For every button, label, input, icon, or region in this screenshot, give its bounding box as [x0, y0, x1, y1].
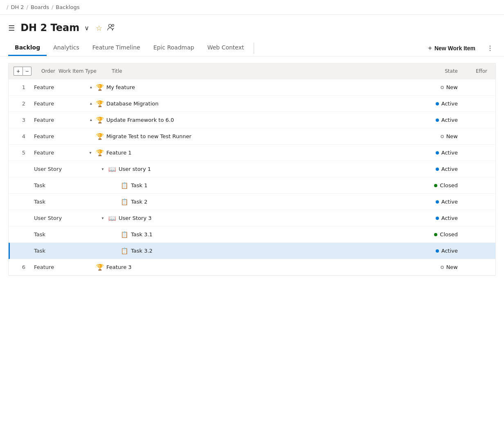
no-expand-placeholder — [112, 249, 118, 253]
col-header-state[interactable]: State — [400, 68, 458, 74]
row-type: Feature — [34, 117, 87, 123]
no-expand-placeholder — [87, 134, 94, 139]
row-title-text[interactable]: Migrate Test to new Test Runner — [106, 133, 191, 139]
table-row[interactable]: Task 📋 Task 2 Active — [9, 194, 495, 210]
table-row[interactable]: Task 📋 Task 1 Closed — [9, 177, 495, 194]
table-row[interactable]: 1 Feature ▸ 🏆 My feature New — [9, 79, 495, 96]
tab-analytics[interactable]: Analytics — [47, 40, 86, 56]
hamburger-icon[interactable]: ☰ — [8, 24, 15, 32]
row-order: 6 — [14, 264, 34, 270]
row-state: Active — [400, 101, 458, 107]
collapse-all-button[interactable]: − — [22, 67, 32, 76]
state-dot — [436, 151, 439, 155]
no-expand-placeholder — [112, 199, 118, 204]
state-label: New — [446, 84, 458, 90]
no-expand-placeholder — [112, 232, 118, 237]
table-body: 1 Feature ▸ 🏆 My feature New 2 Feature ▸… — [9, 79, 495, 275]
table-row[interactable]: Task 📋 Task 3.2 Active — [9, 243, 495, 259]
table-row[interactable]: 4 Feature 🏆 Migrate Test to new Test Run… — [9, 128, 495, 145]
row-title-text[interactable]: User Story 3 — [119, 215, 152, 221]
expand-arrow[interactable]: ▸ — [88, 117, 93, 123]
no-expand-placeholder — [87, 265, 94, 269]
feature-icon: 🏆 — [96, 264, 104, 271]
table-row[interactable]: 5 Feature ▾ 🏆 Feature 1 Active — [9, 145, 495, 161]
state-label: Closed — [440, 182, 458, 188]
breadcrumb-boards[interactable]: Boards — [31, 4, 49, 10]
tab-backlog[interactable]: Backlog — [8, 40, 47, 56]
state-dot — [434, 233, 437, 236]
row-title-text[interactable]: Task 1 — [131, 182, 147, 188]
row-title-text[interactable]: Task 3.1 — [131, 231, 153, 237]
row-title-text[interactable]: Task 2 — [131, 199, 147, 205]
row-title-text[interactable]: My feature — [106, 84, 135, 90]
state-dot — [436, 217, 439, 220]
row-order: 2 — [14, 101, 34, 107]
table-row[interactable]: 6 Feature 🏆 Feature 3 New — [9, 259, 495, 275]
row-type: User Story — [34, 215, 87, 221]
breadcrumb-separator-0: / — [7, 4, 8, 10]
row-title-text[interactable]: Task 3.2 — [131, 248, 153, 254]
row-title[interactable]: ▾ 📖 User story 1 — [87, 166, 400, 173]
row-title[interactable]: ▾ 🏆 Feature 1 — [87, 149, 400, 157]
table-row[interactable]: Task 📋 Task 3.1 Closed — [9, 226, 495, 243]
state-dot — [434, 184, 437, 187]
expand-arrow[interactable]: ▸ — [88, 84, 93, 91]
row-title[interactable]: 🏆 Feature 3 — [87, 264, 400, 271]
page-header: ☰ DH 2 Team ∨ ☆ — [0, 15, 504, 34]
expand-arrow[interactable]: ▾ — [87, 150, 94, 155]
state-label: Active — [441, 150, 458, 156]
table-row[interactable]: User Story ▾ 📖 User story 1 Active — [9, 161, 495, 177]
more-options-icon[interactable]: ⋮ — [484, 42, 496, 54]
col-header-title[interactable]: Title — [112, 68, 400, 74]
state-dot — [441, 86, 444, 89]
row-title[interactable]: 📋 Task 3.1 — [87, 231, 400, 238]
col-header-effort[interactable]: Effor — [458, 68, 491, 74]
row-title[interactable]: 📋 Task 2 — [87, 198, 400, 206]
expand-arrow[interactable]: ▾ — [99, 216, 106, 220]
row-title[interactable]: ▸ 🏆 Database Migration — [87, 100, 400, 108]
row-state: Active — [400, 150, 458, 156]
table-row[interactable]: 3 Feature ▸ 🏆 Update Framework to 6.0 Ac… — [9, 112, 495, 128]
row-title[interactable]: 📋 Task 1 — [87, 182, 400, 189]
chevron-down-icon[interactable]: ∨ — [84, 24, 89, 32]
team-members-icon[interactable] — [107, 23, 115, 32]
tab-epic-roadmap[interactable]: Epic Roadmap — [147, 40, 201, 56]
expand-all-button[interactable]: + — [14, 67, 22, 76]
row-state: New — [400, 133, 458, 139]
col-header-order[interactable]: Order — [38, 68, 59, 74]
no-expand-placeholder — [112, 183, 118, 188]
tab-feature-timeline[interactable]: Feature Timeline — [86, 40, 147, 56]
row-title[interactable]: 🏆 Migrate Test to new Test Runner — [87, 133, 400, 140]
nav-tabs: Backlog Analytics Feature Timeline Epic … — [0, 40, 504, 56]
col-header-type[interactable]: Work Item Type — [59, 68, 112, 74]
team-title[interactable]: DH 2 Team — [20, 22, 79, 34]
row-title[interactable]: ▸ 🏆 Update Framework to 6.0 — [87, 116, 400, 124]
row-title-text[interactable]: Database Migration — [106, 101, 158, 107]
row-order: 3 — [14, 117, 34, 123]
nav-actions: + New Work Item ⋮ — [423, 42, 496, 54]
expand-arrow[interactable]: ▸ — [88, 101, 93, 107]
row-state: Active — [400, 117, 458, 123]
tab-web-context[interactable]: Web Context — [201, 40, 251, 56]
table-row[interactable]: 2 Feature ▸ 🏆 Database Migration Active — [9, 96, 495, 112]
state-dot — [441, 135, 444, 138]
table-row[interactable]: User Story ▾ 📖 User Story 3 Active — [9, 210, 495, 226]
state-label: Closed — [440, 231, 458, 237]
row-title-text[interactable]: Feature 1 — [106, 150, 132, 156]
row-state: Closed — [400, 182, 458, 188]
row-title-text[interactable]: Update Framework to 6.0 — [106, 117, 174, 123]
expand-arrow[interactable]: ▾ — [99, 167, 106, 171]
row-type: User Story — [34, 166, 87, 172]
row-title[interactable]: ▾ 📖 User Story 3 — [87, 215, 400, 222]
row-title-text[interactable]: User story 1 — [119, 166, 151, 172]
new-work-item-button[interactable]: + New Work Item — [423, 42, 481, 54]
star-icon[interactable]: ☆ — [96, 24, 102, 32]
row-title-text[interactable]: Feature 3 — [106, 264, 132, 270]
row-title[interactable]: ▸ 🏆 My feature — [87, 84, 400, 91]
row-state: New — [400, 264, 458, 270]
task-icon: 📋 — [121, 198, 128, 206]
row-title[interactable]: 📋 Task 3.2 — [87, 247, 400, 255]
breadcrumb-dh2[interactable]: DH 2 — [11, 4, 24, 10]
state-label: Active — [441, 199, 458, 205]
feature-icon: 🏆 — [96, 133, 104, 140]
